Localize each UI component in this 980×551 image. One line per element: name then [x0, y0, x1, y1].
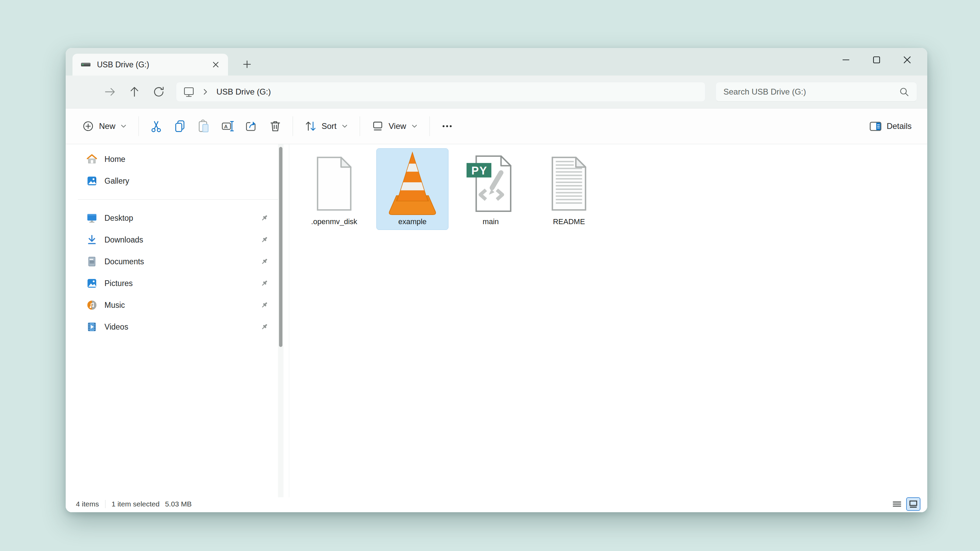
this-pc-icon	[182, 85, 196, 99]
file-item-main[interactable]: PY main	[455, 148, 527, 230]
chevron-down-icon	[119, 122, 127, 130]
maximize-button[interactable]	[861, 48, 892, 72]
delete-button[interactable]	[263, 114, 287, 138]
search-icon[interactable]	[898, 86, 911, 98]
sort-button-label: Sort	[321, 121, 337, 131]
breadcrumb[interactable]: USB Drive (G:)	[216, 87, 271, 97]
status-bar: 4 items 1 item selected 5.03 MB	[66, 497, 927, 512]
selection-size: 5.03 MB	[165, 500, 192, 508]
pin-icon	[259, 300, 269, 310]
gallery-icon	[86, 175, 98, 187]
python-file-icon: PY	[465, 153, 516, 214]
details-pane-label: Details	[887, 121, 912, 131]
toolbar-separator	[138, 116, 139, 136]
toolbar-separator	[360, 116, 360, 136]
file-name: .openmv_disk	[311, 218, 357, 226]
sidebar-scrollbar-thumb[interactable]	[279, 147, 282, 347]
toolbar-separator	[430, 116, 430, 136]
details-view-toggle[interactable]	[890, 497, 904, 511]
pin-icon	[259, 213, 269, 223]
paste-button[interactable]	[192, 114, 216, 138]
selection-count: 1 item selected	[111, 500, 159, 508]
sidebar-item-pictures[interactable]: Pictures	[81, 272, 274, 294]
file-name: README	[553, 218, 585, 226]
status-separator	[105, 500, 105, 508]
documents-icon	[86, 256, 98, 267]
view-button[interactable]: View	[366, 114, 424, 138]
pin-icon	[259, 279, 269, 288]
chevron-down-icon	[340, 122, 349, 130]
more-options-button[interactable]	[435, 114, 459, 138]
sidebar-item-label: Home	[105, 155, 269, 164]
details-pane-icon	[869, 119, 883, 133]
address-bar[interactable]: USB Drive (G:)	[176, 82, 705, 102]
file-list-area[interactable]: .openmv_disk	[289, 144, 927, 497]
forward-button[interactable]	[98, 81, 122, 103]
sidebar-item-label: Gallery	[105, 176, 269, 186]
new-tab-button[interactable]	[239, 56, 255, 72]
view-button-label: View	[388, 121, 406, 131]
vlc-cone-icon	[380, 153, 444, 214]
sidebar-item-downloads[interactable]: Downloads	[81, 229, 274, 251]
sort-button[interactable]: Sort	[298, 114, 354, 138]
view-layout-icon	[371, 119, 385, 133]
sidebar-item-desktop[interactable]: Desktop	[81, 207, 274, 229]
text-file-icon	[547, 153, 591, 214]
sidebar-item-documents[interactable]: Documents	[81, 251, 274, 272]
search-placeholder: Search USB Drive (G:)	[724, 87, 806, 97]
share-button[interactable]	[240, 114, 263, 138]
tab-close-icon[interactable]	[209, 58, 223, 71]
svg-text:PY: PY	[471, 165, 487, 177]
chevron-down-icon	[410, 122, 418, 130]
file-name: example	[398, 218, 426, 226]
search-input[interactable]: Search USB Drive (G:)	[716, 82, 917, 102]
item-count: 4 items	[76, 500, 99, 508]
toolbar-separator	[293, 116, 293, 136]
pin-icon	[259, 257, 269, 266]
sidebar-item-home[interactable]: Home	[81, 148, 274, 170]
breadcrumb-chevron-icon[interactable]	[200, 87, 210, 97]
sidebar-item-label: Pictures	[105, 279, 253, 288]
command-toolbar: New A Sort	[66, 108, 927, 144]
file-explorer-window: USB Drive (G:)	[66, 48, 927, 512]
sidebar-item-label: Music	[105, 301, 253, 310]
file-name: main	[482, 218, 499, 226]
sidebar-item-label: Downloads	[105, 235, 253, 245]
blank-file-icon	[312, 153, 356, 214]
navigation-bar: USB Drive (G:) Search USB Drive (G:)	[66, 76, 927, 108]
new-button[interactable]: New	[76, 114, 133, 138]
rename-button[interactable]: A	[216, 114, 240, 138]
file-item-readme[interactable]: README	[533, 148, 605, 230]
sidebar-item-videos[interactable]: Videos	[81, 316, 274, 338]
tab-usb-drive[interactable]: USB Drive (G:)	[73, 54, 228, 76]
sidebar-separator	[78, 199, 281, 200]
close-button[interactable]	[892, 48, 923, 72]
music-icon	[86, 299, 98, 311]
file-item-example[interactable]: example	[376, 148, 449, 230]
thumbnail-view-toggle[interactable]	[906, 497, 920, 511]
details-pane-button[interactable]: Details	[863, 114, 917, 138]
sidebar-item-gallery[interactable]: Gallery	[81, 170, 274, 192]
home-icon	[86, 153, 98, 165]
sidebar-item-music[interactable]: Music	[81, 294, 274, 316]
sidebar-item-label: Desktop	[105, 214, 253, 223]
videos-icon	[86, 321, 98, 333]
downloads-icon	[86, 234, 98, 246]
content-area: Home Gallery Desktop	[66, 144, 927, 497]
refresh-button[interactable]	[147, 81, 171, 103]
sidebar-item-label: Documents	[105, 257, 253, 266]
pin-icon	[259, 322, 269, 332]
back-button[interactable]	[73, 81, 98, 103]
pictures-icon	[86, 278, 98, 289]
window-controls	[830, 48, 923, 72]
drive-icon	[80, 59, 92, 70]
up-button[interactable]	[122, 81, 147, 103]
new-button-label: New	[99, 121, 115, 131]
tab-title: USB Drive (G:)	[97, 60, 204, 69]
tab-bar: USB Drive (G:)	[66, 48, 927, 76]
file-item-openmv-disk[interactable]: .openmv_disk	[298, 148, 370, 230]
copy-button[interactable]	[168, 114, 192, 138]
sort-arrows-icon	[304, 119, 318, 133]
minimize-button[interactable]	[830, 48, 861, 72]
cut-button[interactable]	[144, 114, 168, 138]
